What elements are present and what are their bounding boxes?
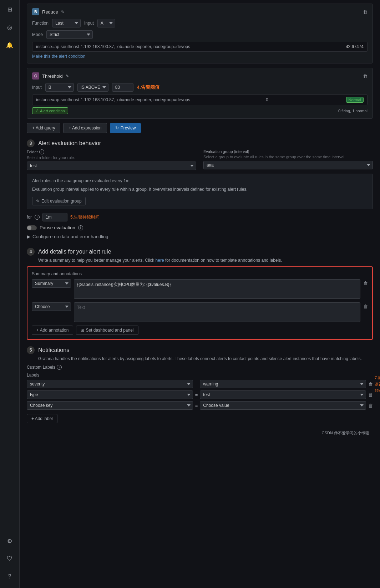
section4-number: 4 <box>27 248 35 256</box>
help-icon[interactable]: ? <box>4 571 15 582</box>
card-b-header-left: B Reduce ✎ <box>32 8 64 15</box>
custom-labels-info-icon[interactable]: i <box>57 365 62 370</box>
card-b-data-value: 42.67474 <box>346 44 364 49</box>
delete-label3-icon[interactable]: 🗑 <box>368 403 373 408</box>
delete-annotation1-icon[interactable]: 🗑 <box>363 281 368 286</box>
firing-text: 0 firing, 1 normal <box>338 109 368 113</box>
condition-select[interactable]: IS ABOVE <box>77 83 108 92</box>
mode-select[interactable]: Strict <box>46 30 93 39</box>
annotation1-type-select[interactable]: Summary <box>32 279 71 288</box>
section4: 4 Add details for your alert rule Write … <box>27 248 373 340</box>
edit-evaluation-group-button[interactable]: ✎ Edit evaluation group <box>32 197 86 205</box>
for-info-icon[interactable]: i <box>35 215 40 220</box>
set-dashboard-button[interactable]: ⊞ Set dashboard and panel <box>76 326 138 335</box>
section3-title: Alert evaluation behavior <box>38 140 101 147</box>
mode-label: Mode <box>32 32 43 37</box>
label2-value-select[interactable]: test <box>200 390 366 399</box>
alert-condition-label: Alert condition <box>40 109 65 113</box>
info-text1: Alert rules in the aaa group are evaluat… <box>32 178 368 184</box>
section5-side-note: 7.添加标签，我们这边用type来标记该告警已经告知给那个用户，用severit… <box>375 375 380 394</box>
folder-sublabel: Select a folder for your rule. <box>27 155 196 160</box>
refresh-icon: ↻ <box>115 126 119 131</box>
add-annotation-button[interactable]: + Add annotation <box>32 326 73 335</box>
edit-b-icon[interactable]: ✎ <box>61 10 64 14</box>
for-row: for i 5.告警持续时间 <box>27 213 373 221</box>
eval-group-sublabel: Select a group to evaluate all rules in … <box>203 155 373 159</box>
card-b-mode-row: Mode Strict <box>32 30 368 39</box>
delete-annotation2-icon[interactable]: 🗑 <box>363 304 368 309</box>
eval-group-label-text: Evaluation group (interval) <box>203 149 373 154</box>
query-action-row: + Add query + Add expression ↻ Preview <box>27 123 373 133</box>
add-label-button[interactable]: + Add label <box>27 414 57 423</box>
annotation1-textarea[interactable]: {{$labels.instance}}实例CPU数量为: {{$values.… <box>74 279 360 299</box>
label1-value-select[interactable]: warning <box>200 380 366 388</box>
threshold-annotation: 4.告警阈值 <box>137 84 159 91</box>
grid-icon[interactable]: ⊞ <box>4 4 15 15</box>
input-label-b: Input <box>84 21 94 26</box>
section5-desc: Grafana handles the notifications for al… <box>38 356 373 361</box>
for-input[interactable] <box>42 213 67 221</box>
eval-group-select[interactable]: aaa <box>203 161 373 169</box>
delete-c-icon[interactable]: 🗑 <box>363 73 368 79</box>
info-text2: Evaluation group interval applies to eve… <box>32 186 368 193</box>
card-c-header: C Threshold ✎ 🗑 <box>32 72 368 80</box>
edit-group-label: Edit evaluation group <box>41 199 82 204</box>
card-b-function-row: Function Last Input A <box>32 19 368 27</box>
desc-start-text: Write a summary to help you better manag… <box>38 258 156 263</box>
section4-title: Add details for your alert rule <box>38 249 111 255</box>
csdn-credit: CSDN @不爱学习的小懒猪 <box>27 430 373 436</box>
annotation-row-1: Summary {{$labels.instance}}实例CPU数量为: {{… <box>32 279 368 299</box>
section5-title: Notifications <box>38 347 69 353</box>
card-c-data-value: 0 <box>266 97 268 102</box>
preview-label: Preview <box>121 126 136 131</box>
section3-header: 3 Alert evaluation behavior <box>27 139 373 147</box>
annotations-btn-row: + Add annotation ⊞ Set dashboard and pan… <box>32 326 368 335</box>
delete-label1-icon[interactable]: 🗑 <box>368 382 373 387</box>
function-label: Function <box>32 21 49 26</box>
custom-labels-title-row: Custom Labels i <box>27 365 373 370</box>
add-expression-button[interactable]: + Add expression <box>63 123 107 133</box>
for-annotation: 5.告警持续时间 <box>70 214 100 220</box>
card-b-header: B Reduce ✎ 🗑 <box>32 8 368 15</box>
annotation2-type-select[interactable]: Choose <box>32 302 71 311</box>
preview-button[interactable]: ↻ Preview <box>110 123 141 133</box>
edit-c-icon[interactable]: ✎ <box>66 74 69 78</box>
labels-col-header: Labels <box>27 373 373 378</box>
pause-info-icon[interactable]: i <box>78 225 83 230</box>
card-c-input-row: Input B IS ABOVE 4.告警阈值 <box>32 83 368 92</box>
eq-sign-2: = <box>195 392 198 398</box>
folder-select[interactable]: test <box>27 162 196 170</box>
delete-label2-icon[interactable]: 🗑 <box>368 392 373 398</box>
here-link[interactable]: here <box>156 258 164 263</box>
delete-b-icon[interactable]: 🗑 <box>363 9 368 15</box>
input-select-b[interactable]: A <box>97 19 115 27</box>
folder-label-text: Folder <box>27 150 38 154</box>
make-alert-condition-link[interactable]: Make this the alert condition <box>32 54 368 59</box>
input-select-c[interactable]: B <box>45 83 74 92</box>
alert-condition-badge: ✓ Alert condition <box>32 107 68 114</box>
toggle-knob <box>27 226 31 230</box>
pause-toggle[interactable] <box>27 225 37 230</box>
section3-number: 3 <box>27 139 35 147</box>
bell-icon[interactable]: 🔔 <box>4 39 15 51</box>
label3-value-select[interactable]: Choose value <box>200 401 366 410</box>
compass-icon[interactable]: ◎ <box>4 21 15 33</box>
label2-key-select[interactable]: type <box>27 390 193 399</box>
folder-info-icon[interactable]: i <box>39 149 44 154</box>
no-data-collapse[interactable]: ▶ Configure no data and error handling <box>27 234 373 239</box>
eq-sign-3: = <box>195 403 198 408</box>
add-query-button[interactable]: + Add query <box>27 123 60 133</box>
function-select[interactable]: Last <box>52 19 81 27</box>
shield-icon[interactable]: 🛡 <box>4 553 15 564</box>
annotation2-textarea[interactable] <box>74 302 360 322</box>
settings-icon[interactable]: ⚙ <box>4 535 15 547</box>
pause-label: Pause evaluation <box>40 225 75 230</box>
label1-key-select[interactable]: severity <box>27 380 193 388</box>
card-b-data-row: instance=ap-southeast-1.192.168.100.87, … <box>32 42 368 52</box>
card-c-header-left: C Threshold ✎ <box>32 72 69 80</box>
pause-row: Pause evaluation i <box>27 225 373 230</box>
alert-condition-row: ✓ Alert condition 0 firing, 1 normal <box>32 107 368 114</box>
threshold-input[interactable] <box>112 83 133 92</box>
label3-key-select[interactable]: Choose key <box>27 401 193 410</box>
desc-end-text: for documentation on how to template ann… <box>164 258 282 263</box>
